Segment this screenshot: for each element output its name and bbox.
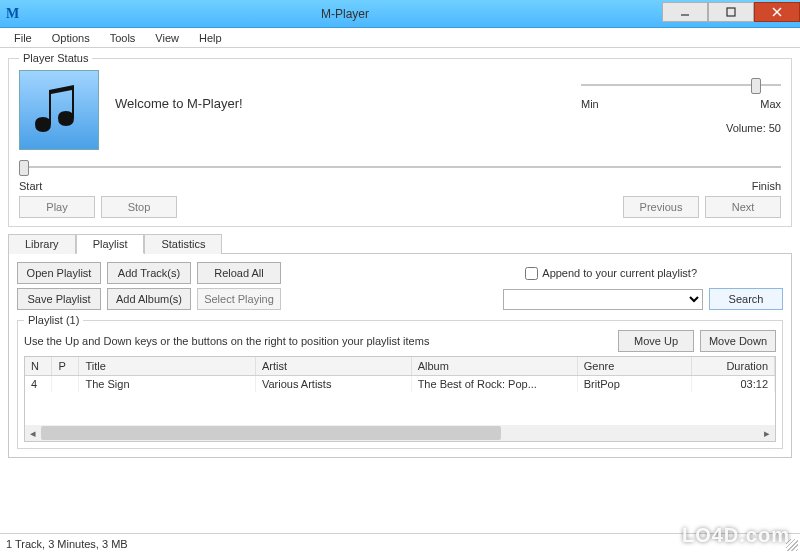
svg-rect-1 bbox=[727, 8, 735, 16]
move-down-button[interactable]: Move Down bbox=[700, 330, 776, 352]
col-duration[interactable]: Duration bbox=[691, 357, 774, 375]
app-icon: M bbox=[6, 6, 22, 22]
progress-slider[interactable] bbox=[19, 156, 781, 180]
reload-all-button[interactable]: Reload All bbox=[197, 262, 281, 284]
tab-playlist[interactable]: Playlist bbox=[76, 234, 145, 254]
table-row[interactable]: 4 The Sign Various Artists The Best of R… bbox=[25, 375, 775, 392]
search-button[interactable]: Search bbox=[709, 288, 783, 310]
close-button[interactable] bbox=[754, 2, 800, 22]
window-buttons bbox=[662, 6, 800, 22]
add-albums-button[interactable]: Add Album(s) bbox=[107, 288, 191, 310]
titlebar: M M-Player bbox=[0, 0, 800, 28]
album-art bbox=[19, 70, 99, 150]
menu-options[interactable]: Options bbox=[42, 30, 100, 46]
play-button[interactable]: Play bbox=[19, 196, 95, 218]
maximize-button[interactable] bbox=[708, 2, 754, 22]
cell-album: The Best of Rock: Pop... bbox=[411, 375, 577, 392]
cell-title: The Sign bbox=[79, 375, 255, 392]
search-combo[interactable] bbox=[503, 289, 703, 310]
volume-slider[interactable] bbox=[581, 74, 781, 98]
playlist-grid[interactable]: N P Title Artist Album Genre Duration 4 bbox=[24, 356, 776, 442]
append-checkbox[interactable] bbox=[525, 267, 538, 280]
volume-value-text: Volume: 50 bbox=[581, 122, 781, 134]
append-checkbox-wrap[interactable]: Append to your current playlist? bbox=[525, 267, 697, 280]
menu-file[interactable]: File bbox=[4, 30, 42, 46]
stop-button[interactable]: Stop bbox=[101, 196, 177, 218]
add-tracks-button[interactable]: Add Track(s) bbox=[107, 262, 191, 284]
scroll-left-icon[interactable]: ◂ bbox=[25, 425, 41, 441]
window-title: M-Player bbox=[28, 7, 662, 21]
statusbar-text: 1 Track, 3 Minutes, 3 MB bbox=[6, 538, 128, 550]
player-status-group: Player Status Welcome to M-Player! Min M… bbox=[8, 52, 792, 227]
col-artist[interactable]: Artist bbox=[255, 357, 411, 375]
move-up-button[interactable]: Move Up bbox=[618, 330, 694, 352]
cell-duration: 03:12 bbox=[691, 375, 774, 392]
next-button[interactable]: Next bbox=[705, 196, 781, 218]
menu-tools[interactable]: Tools bbox=[100, 30, 146, 46]
cell-p bbox=[52, 375, 79, 392]
progress-start-label: Start bbox=[19, 180, 42, 192]
statusbar: 1 Track, 3 Minutes, 3 MB bbox=[0, 533, 800, 553]
music-note-icon bbox=[29, 80, 89, 140]
previous-button[interactable]: Previous bbox=[623, 196, 699, 218]
content-area: Player Status Welcome to M-Player! Min M… bbox=[0, 48, 800, 458]
col-genre[interactable]: Genre bbox=[577, 357, 691, 375]
welcome-text: Welcome to M-Player! bbox=[115, 96, 581, 111]
playlist-group: Playlist (1) Use the Up and Down keys or… bbox=[17, 314, 783, 449]
cell-genre: BritPop bbox=[577, 375, 691, 392]
col-n[interactable]: N bbox=[25, 357, 52, 375]
playlist-hint: Use the Up and Down keys or the buttons … bbox=[24, 335, 618, 347]
tab-statistics[interactable]: Statistics bbox=[144, 234, 222, 254]
tabs: Library Playlist Statistics bbox=[8, 233, 792, 254]
scroll-right-icon[interactable]: ▸ bbox=[759, 425, 775, 441]
horizontal-scrollbar[interactable]: ◂ ▸ bbox=[25, 425, 775, 441]
tab-library[interactable]: Library bbox=[8, 234, 76, 254]
open-playlist-button[interactable]: Open Playlist bbox=[17, 262, 101, 284]
playlist-tab-body: Open Playlist Add Track(s) Reload All Ap… bbox=[8, 254, 792, 458]
player-status-legend: Player Status bbox=[19, 52, 92, 64]
append-checkbox-label: Append to your current playlist? bbox=[542, 267, 697, 279]
save-playlist-button[interactable]: Save Playlist bbox=[17, 288, 101, 310]
menubar: File Options Tools View Help bbox=[0, 28, 800, 48]
select-playing-button[interactable]: Select Playing bbox=[197, 288, 281, 310]
volume-max-label: Max bbox=[760, 98, 781, 110]
volume-min-label: Min bbox=[581, 98, 599, 110]
menu-help[interactable]: Help bbox=[189, 30, 232, 46]
cell-n: 4 bbox=[25, 375, 52, 392]
col-album[interactable]: Album bbox=[411, 357, 577, 375]
progress-finish-label: Finish bbox=[752, 180, 781, 192]
playlist-legend: Playlist (1) bbox=[24, 314, 83, 326]
minimize-button[interactable] bbox=[662, 2, 708, 22]
grid-header-row[interactable]: N P Title Artist Album Genre Duration bbox=[25, 357, 775, 375]
col-p[interactable]: P bbox=[52, 357, 79, 375]
menu-view[interactable]: View bbox=[145, 30, 189, 46]
col-title[interactable]: Title bbox=[79, 357, 255, 375]
resize-grip-icon[interactable] bbox=[786, 539, 798, 551]
cell-artist: Various Artists bbox=[255, 375, 411, 392]
